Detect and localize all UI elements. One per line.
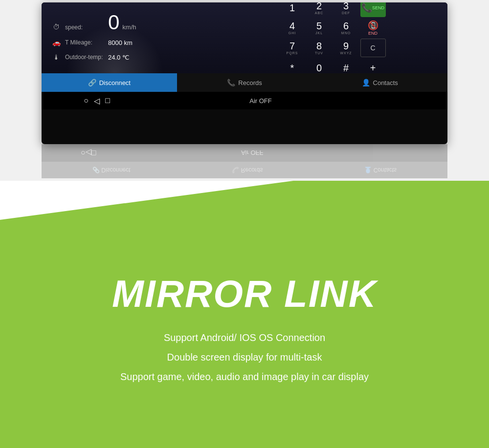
feature-list: Support Android/ IOS OS Connection Doubl… (120, 328, 369, 386)
nav-recent-btn[interactable]: □ (102, 95, 113, 106)
key-3[interactable]: 3 DEF (333, 2, 359, 17)
mirror-link-title: MIRROR LINK (112, 272, 377, 315)
screen-container: ⏱ speed: 0 km/h 🚗 T Mileage: 8000 km (42, 2, 447, 144)
nav-reflection: ○ ◁ □ Air OFF (42, 144, 447, 162)
speed-value: 0 (108, 12, 119, 33)
key-hash[interactable]: # (333, 59, 359, 77)
key-star[interactable]: * (280, 59, 305, 77)
speed-unit: km/h (122, 23, 136, 31)
bottom-section: MIRROR LINK Support Android/ IOS OS Conn… (0, 181, 489, 448)
feature-item-1: Support Android/ IOS OS Connection (120, 328, 369, 347)
key-7[interactable]: 7 PQRS (280, 39, 305, 57)
key-plus[interactable]: + (360, 59, 386, 77)
key-2[interactable]: 2 ABC (307, 2, 332, 17)
key-8[interactable]: 8 TUV (307, 39, 332, 57)
key-1[interactable]: 1 (280, 2, 305, 17)
mileage-icon: 🚗 (51, 38, 61, 47)
air-off-label: Air OFF (113, 97, 408, 105)
tab-reflection: 🔗 Disconnect 📞 Records 👤 Contacts (42, 162, 447, 178)
disconnect-icon: 🔗 (88, 79, 96, 86)
nav-home-btn[interactable]: ○ (81, 95, 91, 106)
key-0[interactable]: 0 (307, 59, 332, 77)
top-section: ⏱ speed: 0 km/h 🚗 T Mileage: 8000 km (0, 0, 489, 181)
key-send[interactable]: 📞 SEND (360, 2, 386, 17)
records-icon: 📞 (227, 79, 235, 86)
tab-records-label: Records (238, 79, 262, 86)
mileage-value: 8000 km (108, 39, 133, 46)
tab-bar: 🔗 Disconnect 📞 Records 👤 Contacts (42, 73, 447, 92)
speed-label: speed: (65, 24, 104, 31)
feature-item-3: Support game, video, audio and image pla… (120, 367, 369, 386)
contacts-icon: 👤 (362, 79, 370, 86)
keypad-area: 1 2 ABC 3 DEF 📞 (227, 2, 447, 73)
feature-item-2: Double screen display for multi-task (120, 347, 369, 367)
nav-back-btn[interactable]: ◁ (91, 95, 102, 106)
speed-icon: ⏱ (51, 22, 61, 32)
temp-label: Outdoor-temp: (65, 54, 104, 61)
key-5[interactable]: 5 JKL (307, 19, 332, 37)
key-4[interactable]: 4 GHI (280, 19, 305, 37)
hero-title: MIRROR LINK (112, 272, 377, 316)
temp-value: 24.0 ℃ (108, 54, 130, 61)
nav-bar: ○ ◁ □ Air OFF (42, 92, 447, 109)
mileage-label: T Mileage: (65, 39, 104, 46)
tab-disconnect[interactable]: 🔗 Disconnect (42, 73, 177, 92)
tab-disconnect-label: Disconnect (99, 79, 131, 86)
key-end[interactable]: 📵 END (360, 19, 386, 37)
key-6[interactable]: 6 MNO (333, 19, 359, 37)
keypad-grid: 1 2 ABC 3 DEF 📞 (280, 2, 386, 77)
tab-contacts-label: Contacts (373, 79, 398, 86)
temp-icon: 🌡 (51, 52, 61, 62)
key-clear[interactable]: C (360, 39, 386, 57)
reflection-wrapper: ○ ◁ □ Air OFF 🔗 Disconnect 📞 Records 👤 C… (42, 144, 447, 178)
key-9[interactable]: 9 WXYZ (333, 39, 359, 57)
